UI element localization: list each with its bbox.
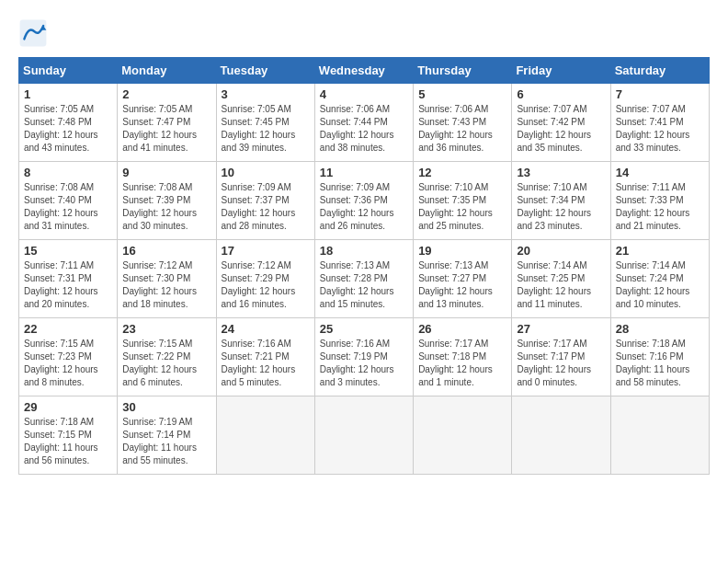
day-info: Sunrise: 7:05 AM Sunset: 7:47 PM Dayligh… — [122, 103, 210, 155]
svg-rect-0 — [20, 20, 47, 47]
calendar-cell: 6 Sunrise: 7:07 AM Sunset: 7:42 PM Dayli… — [512, 84, 610, 162]
calendar-week-4: 22 Sunrise: 7:15 AM Sunset: 7:23 PM Dayl… — [19, 318, 710, 396]
calendar-cell: 11 Sunrise: 7:09 AM Sunset: 7:36 PM Dayl… — [314, 162, 413, 240]
day-number: 28 — [616, 322, 704, 336]
day-info: Sunrise: 7:14 AM Sunset: 7:24 PM Dayligh… — [616, 259, 704, 311]
calendar-cell: 17 Sunrise: 7:12 AM Sunset: 7:29 PM Dayl… — [216, 240, 314, 318]
day-number: 18 — [320, 244, 408, 258]
weekday-header-thursday: Thursday — [414, 58, 512, 84]
calendar-cell — [216, 396, 314, 475]
day-info: Sunrise: 7:08 AM Sunset: 7:40 PM Dayligh… — [24, 181, 112, 233]
calendar-cell: 21 Sunrise: 7:14 AM Sunset: 7:24 PM Dayl… — [610, 240, 709, 318]
calendar-cell: 1 Sunrise: 7:05 AM Sunset: 7:48 PM Dayli… — [19, 84, 118, 162]
day-number: 21 — [616, 244, 704, 258]
day-info: Sunrise: 7:08 AM Sunset: 7:39 PM Dayligh… — [122, 181, 210, 233]
day-info: Sunrise: 7:12 AM Sunset: 7:30 PM Dayligh… — [122, 259, 210, 311]
calendar-table: SundayMondayTuesdayWednesdayThursdayFrid… — [18, 57, 710, 475]
day-info: Sunrise: 7:16 AM Sunset: 7:19 PM Dayligh… — [320, 338, 408, 389]
day-number: 2 — [122, 87, 210, 101]
day-number: 3 — [222, 87, 310, 101]
calendar-cell: 16 Sunrise: 7:12 AM Sunset: 7:30 PM Dayl… — [118, 240, 216, 318]
day-info: Sunrise: 7:15 AM Sunset: 7:23 PM Dayligh… — [24, 338, 112, 389]
calendar-cell: 23 Sunrise: 7:15 AM Sunset: 7:22 PM Dayl… — [118, 318, 216, 396]
day-info: Sunrise: 7:07 AM Sunset: 7:41 PM Dayligh… — [616, 103, 704, 155]
day-info: Sunrise: 7:12 AM Sunset: 7:29 PM Dayligh… — [222, 259, 310, 311]
day-info: Sunrise: 7:06 AM Sunset: 7:43 PM Dayligh… — [418, 103, 506, 155]
day-info: Sunrise: 7:05 AM Sunset: 7:45 PM Dayligh… — [222, 103, 310, 155]
day-number: 20 — [517, 244, 605, 258]
day-info: Sunrise: 7:18 AM Sunset: 7:16 PM Dayligh… — [616, 338, 704, 389]
calendar-cell: 26 Sunrise: 7:17 AM Sunset: 7:18 PM Dayl… — [414, 318, 512, 396]
calendar-cell: 14 Sunrise: 7:11 AM Sunset: 7:33 PM Dayl… — [610, 162, 709, 240]
calendar-cell: 12 Sunrise: 7:10 AM Sunset: 7:35 PM Dayl… — [414, 162, 512, 240]
day-number: 7 — [616, 87, 704, 101]
calendar-cell: 25 Sunrise: 7:16 AM Sunset: 7:19 PM Dayl… — [314, 318, 413, 396]
day-number: 25 — [320, 322, 408, 336]
calendar-cell: 20 Sunrise: 7:14 AM Sunset: 7:25 PM Dayl… — [512, 240, 610, 318]
day-info: Sunrise: 7:19 AM Sunset: 7:14 PM Dayligh… — [122, 416, 210, 467]
day-info: Sunrise: 7:13 AM Sunset: 7:28 PM Dayligh… — [320, 259, 408, 311]
calendar-cell: 27 Sunrise: 7:17 AM Sunset: 7:17 PM Dayl… — [512, 318, 610, 396]
day-info: Sunrise: 7:11 AM Sunset: 7:31 PM Dayligh… — [24, 259, 112, 311]
day-info: Sunrise: 7:05 AM Sunset: 7:48 PM Dayligh… — [24, 103, 112, 155]
day-number: 5 — [418, 87, 506, 101]
calendar-cell: 8 Sunrise: 7:08 AM Sunset: 7:40 PM Dayli… — [19, 162, 118, 240]
day-number: 6 — [517, 87, 605, 101]
day-info: Sunrise: 7:10 AM Sunset: 7:34 PM Dayligh… — [517, 181, 605, 233]
logo-icon — [18, 18, 48, 48]
day-number: 15 — [24, 244, 112, 258]
logo — [18, 18, 53, 48]
day-number: 23 — [122, 322, 210, 336]
calendar-cell: 7 Sunrise: 7:07 AM Sunset: 7:41 PM Dayli… — [610, 84, 709, 162]
calendar-cell: 29 Sunrise: 7:18 AM Sunset: 7:15 PM Dayl… — [19, 396, 118, 475]
calendar-cell: 24 Sunrise: 7:16 AM Sunset: 7:21 PM Dayl… — [216, 318, 314, 396]
day-info: Sunrise: 7:06 AM Sunset: 7:44 PM Dayligh… — [320, 103, 408, 155]
weekday-header-tuesday: Tuesday — [216, 58, 314, 84]
day-info: Sunrise: 7:09 AM Sunset: 7:36 PM Dayligh… — [320, 181, 408, 233]
day-info: Sunrise: 7:15 AM Sunset: 7:22 PM Dayligh… — [122, 338, 210, 389]
page-header — [18, 18, 710, 48]
calendar-week-3: 15 Sunrise: 7:11 AM Sunset: 7:31 PM Dayl… — [19, 240, 710, 318]
calendar-cell: 19 Sunrise: 7:13 AM Sunset: 7:27 PM Dayl… — [414, 240, 512, 318]
calendar-cell: 13 Sunrise: 7:10 AM Sunset: 7:34 PM Dayl… — [512, 162, 610, 240]
calendar-cell: 28 Sunrise: 7:18 AM Sunset: 7:16 PM Dayl… — [610, 318, 709, 396]
day-number: 22 — [24, 322, 112, 336]
day-number: 24 — [222, 322, 310, 336]
day-info: Sunrise: 7:17 AM Sunset: 7:18 PM Dayligh… — [418, 338, 506, 389]
weekday-header-wednesday: Wednesday — [314, 58, 413, 84]
weekday-header-friday: Friday — [512, 58, 610, 84]
day-info: Sunrise: 7:14 AM Sunset: 7:25 PM Dayligh… — [517, 259, 605, 311]
day-number: 17 — [222, 244, 310, 258]
day-info: Sunrise: 7:11 AM Sunset: 7:33 PM Dayligh… — [616, 181, 704, 233]
day-number: 19 — [418, 244, 506, 258]
calendar-cell: 9 Sunrise: 7:08 AM Sunset: 7:39 PM Dayli… — [118, 162, 216, 240]
day-number: 12 — [418, 166, 506, 179]
weekday-header-sunday: Sunday — [19, 58, 118, 84]
day-number: 4 — [320, 87, 408, 101]
calendar-cell — [610, 396, 709, 475]
day-info: Sunrise: 7:09 AM Sunset: 7:37 PM Dayligh… — [222, 181, 310, 233]
calendar-cell — [414, 396, 512, 475]
calendar-cell — [512, 396, 610, 475]
day-number: 8 — [24, 166, 112, 179]
weekday-header-monday: Monday — [118, 58, 216, 84]
day-number: 29 — [24, 400, 112, 414]
day-info: Sunrise: 7:13 AM Sunset: 7:27 PM Dayligh… — [418, 259, 506, 311]
day-info: Sunrise: 7:07 AM Sunset: 7:42 PM Dayligh… — [517, 103, 605, 155]
day-info: Sunrise: 7:10 AM Sunset: 7:35 PM Dayligh… — [418, 181, 506, 233]
calendar-cell: 3 Sunrise: 7:05 AM Sunset: 7:45 PM Dayli… — [216, 84, 314, 162]
calendar-week-1: 1 Sunrise: 7:05 AM Sunset: 7:48 PM Dayli… — [19, 84, 710, 162]
calendar-cell: 30 Sunrise: 7:19 AM Sunset: 7:14 PM Dayl… — [118, 396, 216, 475]
weekday-header-saturday: Saturday — [610, 58, 709, 84]
day-number: 16 — [122, 244, 210, 258]
day-number: 26 — [418, 322, 506, 336]
calendar-cell: 4 Sunrise: 7:06 AM Sunset: 7:44 PM Dayli… — [314, 84, 413, 162]
day-info: Sunrise: 7:18 AM Sunset: 7:15 PM Dayligh… — [24, 416, 112, 467]
day-info: Sunrise: 7:17 AM Sunset: 7:17 PM Dayligh… — [517, 338, 605, 389]
calendar-cell: 5 Sunrise: 7:06 AM Sunset: 7:43 PM Dayli… — [414, 84, 512, 162]
weekday-header-row: SundayMondayTuesdayWednesdayThursdayFrid… — [19, 58, 710, 84]
calendar-cell: 10 Sunrise: 7:09 AM Sunset: 7:37 PM Dayl… — [216, 162, 314, 240]
calendar-cell: 2 Sunrise: 7:05 AM Sunset: 7:47 PM Dayli… — [118, 84, 216, 162]
calendar-week-2: 8 Sunrise: 7:08 AM Sunset: 7:40 PM Dayli… — [19, 162, 710, 240]
calendar-week-5: 29 Sunrise: 7:18 AM Sunset: 7:15 PM Dayl… — [19, 396, 710, 475]
